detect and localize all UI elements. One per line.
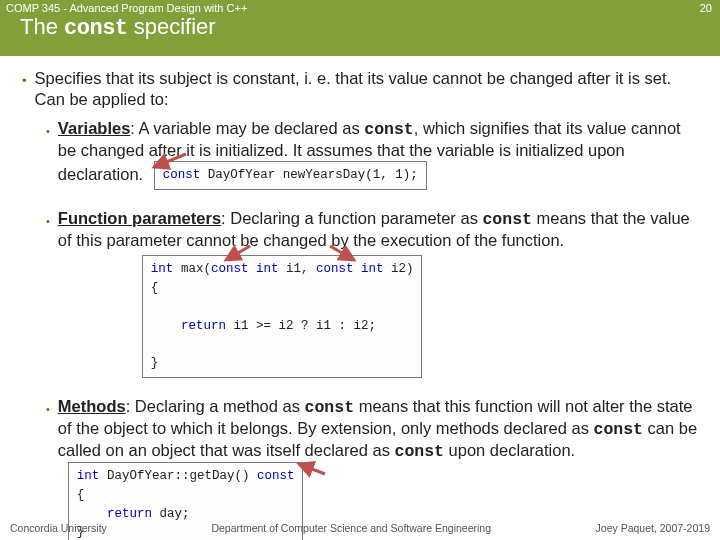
- keyword-const: const: [364, 120, 414, 139]
- term-methods: Methods: [58, 397, 126, 415]
- intro-text: Specifies that its subject is constant, …: [35, 68, 702, 110]
- keyword-const: const: [482, 210, 532, 229]
- slide-title: The const specifier: [0, 14, 720, 42]
- term-variables: Variables: [58, 119, 130, 137]
- course-label: COMP 345 - Advanced Program Design with …: [6, 2, 247, 14]
- keyword-const: const: [394, 442, 444, 461]
- list-item: Function parameters: Declaring a functio…: [58, 208, 702, 378]
- footer-right: Joey Paquet, 2007-2019: [596, 522, 710, 534]
- code-example-function: int max(const int i1, const int i2) { re…: [142, 255, 423, 378]
- header-bar: COMP 345 - Advanced Program Design with …: [0, 0, 720, 56]
- bullet-icon: •: [22, 68, 35, 110]
- content-area: • Specifies that its subject is constant…: [0, 56, 720, 540]
- footer-left: Concordia University: [10, 522, 107, 534]
- svg-line-1: [226, 246, 250, 260]
- arrow-icon: [295, 460, 329, 478]
- keyword-const: const: [594, 420, 644, 439]
- bullet-icon: •: [46, 208, 58, 378]
- svg-line-3: [299, 464, 325, 474]
- title-post: specifier: [128, 14, 216, 39]
- page-number: 20: [700, 2, 712, 14]
- text: : Declaring a function parameter as: [221, 209, 482, 227]
- arrow-icon: [326, 243, 360, 265]
- term-function-parameters: Function parameters: [58, 209, 221, 227]
- title-keyword: const: [64, 16, 128, 41]
- text: : Declaring a method as: [126, 397, 305, 415]
- text: upon declaration.: [444, 441, 575, 459]
- code-example-variables: const DayOfYear newYearsDay(1, 1);: [154, 161, 427, 190]
- footer-center: Department of Computer Science and Softw…: [211, 522, 491, 534]
- list-item: Methods: Declaring a method as const mea…: [58, 396, 702, 540]
- bullet-icon: •: [46, 396, 58, 540]
- arrow-icon: [148, 151, 192, 173]
- svg-line-0: [154, 154, 186, 167]
- text: : A variable may be declared as: [130, 119, 364, 137]
- keyword-const: const: [305, 398, 355, 417]
- svg-line-2: [330, 246, 354, 260]
- bullet-icon: •: [46, 118, 58, 190]
- footer: Concordia University Department of Compu…: [0, 522, 720, 534]
- title-pre: The: [20, 14, 64, 39]
- list-item: Variables: A variable may be declared as…: [58, 118, 702, 190]
- arrow-icon: [222, 243, 256, 265]
